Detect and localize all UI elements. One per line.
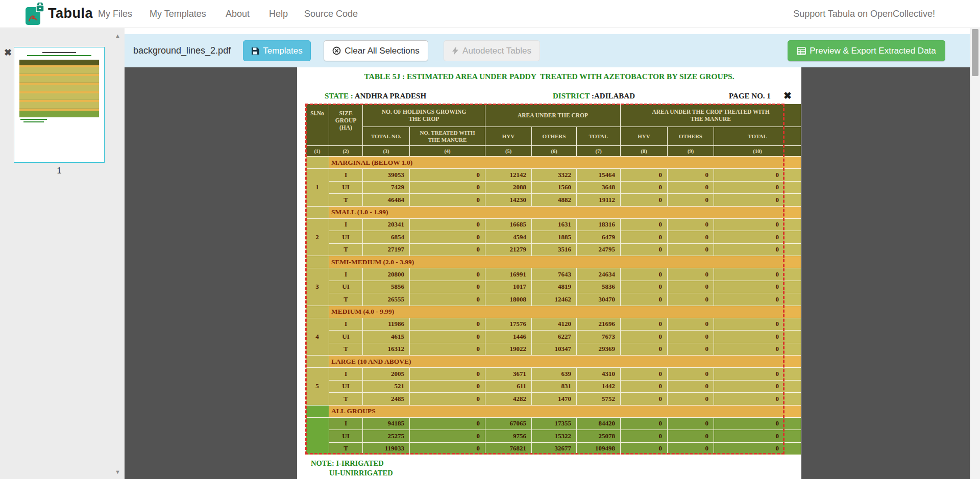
- thumbnail-close-icon[interactable]: ✖: [4, 47, 12, 58]
- support-link[interactable]: Support Tabula on OpenCollective!: [793, 0, 935, 28]
- templates-button[interactable]: Templates: [243, 40, 311, 61]
- tabula-pdf-lock-logo[interactable]: [24, 3, 45, 28]
- vertical-scrollbar-thumb[interactable]: [972, 29, 978, 76]
- table-icon: [797, 42, 806, 62]
- nav-my-templates[interactable]: My Templates: [150, 0, 206, 28]
- toolbar: background_lines_2.pdf Templates Clear A…: [125, 34, 970, 67]
- autodetect-tables-button[interactable]: Autodetect Tables: [444, 40, 540, 61]
- templates-button-label: Templates: [263, 46, 302, 56]
- sidebar-scroll-up-icon[interactable]: ▲: [115, 33, 120, 39]
- autodetect-button-label: Autodetect Tables: [462, 46, 531, 56]
- sidebar-scroll-down-icon[interactable]: ▼: [115, 469, 120, 475]
- document-filename: background_lines_2.pdf: [133, 34, 231, 67]
- note-line-1: NOTE: I-IRRIGATED: [311, 459, 384, 468]
- district-line: DISTRICT :ADILABAD: [553, 92, 635, 100]
- save-icon: [251, 42, 259, 62]
- page-number-line: PAGE NO. 1: [729, 92, 771, 100]
- preview-export-button[interactable]: Preview & Export Extracted Data: [788, 40, 945, 61]
- top-nav: Tabula My Files My Templates About Help …: [0, 0, 980, 28]
- nav-source-code[interactable]: Source Code: [304, 0, 358, 28]
- clear-button-label: Clear All Selections: [345, 46, 419, 56]
- thumbnail-subtitle-line: [27, 55, 91, 56]
- circle-x-icon: [332, 42, 341, 62]
- nav-my-files[interactable]: My Files: [98, 0, 132, 28]
- page-thumbnail[interactable]: [14, 47, 105, 163]
- nav-help[interactable]: Help: [269, 0, 288, 28]
- nav-about[interactable]: About: [226, 0, 250, 28]
- document-title: TABLE 5J : ESTIMATED AREA UNDER PADDY TR…: [297, 72, 801, 81]
- thumbnail-table-preview: [19, 60, 99, 122]
- sidebar: ▲ ✖ 1 ▼: [0, 28, 125, 479]
- clear-all-selections-button[interactable]: Clear All Selections: [324, 40, 428, 61]
- thumbnail-title-line: [42, 52, 76, 53]
- export-button-label: Preview & Export Extracted Data: [810, 46, 936, 56]
- note-line-2: UI-UNIRRIGATED: [329, 469, 393, 477]
- app-title[interactable]: Tabula: [48, 6, 93, 21]
- pdf-viewer: TABLE 5J : ESTIMATED AREA UNDER PADDY TR…: [125, 67, 970, 479]
- selection-close-icon[interactable]: ✖: [783, 90, 792, 102]
- vertical-scrollbar[interactable]: [970, 28, 980, 479]
- thumbnail-page-number: 1: [14, 166, 105, 175]
- selection-region[interactable]: [305, 104, 785, 455]
- pdf-page: TABLE 5J : ESTIMATED AREA UNDER PADDY TR…: [297, 67, 801, 479]
- content-area: background_lines_2.pdf Templates Clear A…: [125, 28, 970, 479]
- lightning-icon: [452, 42, 459, 62]
- state-line: STATE : ANDHRA PRADESH: [325, 92, 426, 100]
